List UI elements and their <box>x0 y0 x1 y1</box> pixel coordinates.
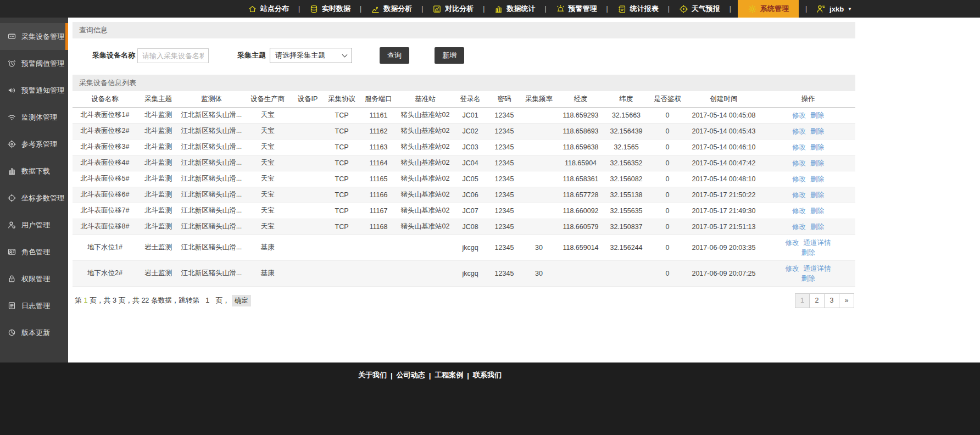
table-cell: TCP <box>324 219 359 235</box>
sidebar-item-monitoring-body-management[interactable]: 监测体管理 <box>0 104 68 131</box>
main-menu: | 站点分布 | 实时数据 | 数据分析 | 对比分析 | 数据统计 <box>245 0 799 18</box>
table-row: 地下水位1#岩土监测江北新区猪头山滑...基康jkcgq1234530118.6… <box>73 235 855 260</box>
page-button[interactable]: 3 <box>825 293 839 308</box>
nav-item-label: 统计报表 <box>630 4 659 14</box>
action-link[interactable]: 修改 <box>792 126 806 136</box>
table-cell: 天宝 <box>244 123 291 139</box>
page-info-text: 条数据，跳转第 <box>151 296 199 305</box>
action-link[interactable]: 删除 <box>810 174 824 184</box>
table-cell: JC02 <box>453 123 488 139</box>
table-cell <box>557 260 604 286</box>
actions-cell: 修改通道详情删除 <box>761 235 855 260</box>
sidebar-item-reference-system-management[interactable]: 参考系管理 <box>0 131 68 158</box>
table-row: 北斗表面位移5#北斗监测江北新区猪头山滑...天宝TCP11165猪头山基准站0… <box>73 171 855 187</box>
table-cell: 基康 <box>244 235 291 260</box>
sidebar-item-permission-management[interactable]: 权限管理 <box>0 265 68 292</box>
footer-link[interactable]: 联系我们 <box>473 370 502 380</box>
confirm-jump-button[interactable]: 确定 <box>232 295 251 306</box>
table-cell: TCP <box>324 155 359 171</box>
table-cell: 猪头山基准站02 <box>398 155 453 171</box>
column-header: 采集主题 <box>137 91 179 107</box>
sidebar-item-label: 采集设备管理 <box>21 32 64 42</box>
nav-item-system-management[interactable]: | 系统管理 <box>723 0 799 18</box>
action-link[interactable]: 修改 <box>786 238 799 248</box>
table-cell: 118.660092 <box>557 203 604 219</box>
nav-item-alert-management[interactable]: | 预警管理 <box>538 0 599 18</box>
page-button[interactable]: » <box>839 293 854 308</box>
sidebar-item-alert-notification-management[interactable]: 预警通知管理 <box>0 77 68 104</box>
action-link[interactable]: 删除 <box>801 274 815 283</box>
page-button[interactable]: 2 <box>810 293 825 308</box>
action-link[interactable]: 删除 <box>810 206 824 216</box>
action-link[interactable]: 修改 <box>792 222 806 232</box>
weather-icon <box>679 4 688 14</box>
sidebar-item-user-management[interactable]: 用户管理 <box>0 211 68 238</box>
action-link[interactable]: 删除 <box>801 248 815 258</box>
action-link[interactable]: 修改 <box>786 264 799 274</box>
action-link[interactable]: 修改 <box>792 190 806 200</box>
sidebar-item-log-management[interactable]: 日志管理 <box>0 292 68 319</box>
topic-select[interactable]: 请选择采集主题 <box>270 48 352 63</box>
user-menu-button[interactable]: jxkb ▼ <box>814 0 860 18</box>
sidebar-item-coordinate-parameter-management[interactable]: 坐标参数管理 <box>0 185 68 211</box>
device-name-input[interactable] <box>137 48 209 63</box>
action-link[interactable]: 修改 <box>792 206 806 216</box>
sidebar-item-alert-threshold-management[interactable]: 预警阈值管理 <box>0 50 68 77</box>
action-link[interactable]: 修改 <box>792 174 806 184</box>
nav-item-realtime-data[interactable]: | 实时数据 <box>292 0 353 18</box>
table-cell: 2017-05-17 21:51:13 <box>687 219 761 235</box>
sidebar-item-data-download[interactable]: 数据下载 <box>0 158 68 185</box>
table-cell: 11161 <box>359 107 398 123</box>
table-cell: 天宝 <box>244 203 291 219</box>
role-icon <box>7 247 16 256</box>
table-cell: 12345 <box>488 107 521 123</box>
table-cell: 天宝 <box>244 187 291 203</box>
table-cell <box>521 139 557 155</box>
table-cell: 118.659638 <box>557 139 604 155</box>
sidebar: 采集设备管理 预警阈值管理 预警通知管理 监测体管理 参考系管理 数据下载 坐标… <box>0 18 68 362</box>
action-link[interactable]: 通道详情 <box>804 238 831 248</box>
actions-cell: 修改删除 <box>761 219 855 235</box>
nav-item-statistical-reports[interactable]: | 统计报表 <box>600 0 661 18</box>
nav-item-label: 数据分析 <box>383 4 412 14</box>
action-link[interactable]: 修改 <box>792 158 806 168</box>
table-cell: 0 <box>648 260 687 286</box>
nav-item-data-analysis[interactable]: | 数据分析 <box>353 0 415 18</box>
footer-item: | 公司动态 <box>387 370 425 380</box>
sidebar-item-version-update[interactable]: 版本更新 <box>0 319 68 346</box>
action-link[interactable]: 删除 <box>810 158 824 168</box>
nav-item-site-distribution[interactable]: | 站点分布 <box>245 0 292 18</box>
action-link[interactable]: 通道详情 <box>804 264 831 274</box>
action-link[interactable]: 修改 <box>792 110 806 120</box>
table-cell: 基康 <box>244 260 291 286</box>
actions-cell: 修改删除 <box>761 171 855 187</box>
table-cell: 江北新区猪头山滑... <box>179 155 244 171</box>
search-button[interactable]: 查询 <box>380 47 409 64</box>
doc-chart-icon <box>432 4 442 14</box>
table-cell <box>398 260 453 286</box>
add-button[interactable]: 新增 <box>435 47 464 64</box>
user-icon <box>816 4 826 14</box>
table-cell <box>291 187 324 203</box>
page-button[interactable]: 1 <box>795 293 810 308</box>
actions-cell: 修改删除 <box>761 203 855 219</box>
jump-page-input[interactable] <box>201 296 215 305</box>
action-link[interactable]: 修改 <box>792 142 806 152</box>
table-cell: 2017-05-14 00:45:08 <box>687 107 761 123</box>
sidebar-item-collection-device-management[interactable]: 采集设备管理 <box>0 23 68 50</box>
action-link[interactable]: 删除 <box>810 190 824 200</box>
action-link[interactable]: 删除 <box>810 142 824 152</box>
action-link[interactable]: 删除 <box>810 126 824 136</box>
action-link[interactable]: 删除 <box>810 222 824 232</box>
nav-item-weather-forecast[interactable]: | 天气预报 <box>661 0 723 18</box>
nav-item-comparison-analysis[interactable]: | 对比分析 <box>415 0 476 18</box>
table-cell: 32.1565 <box>604 139 648 155</box>
nav-item-data-statistics[interactable]: | 数据统计 <box>476 0 538 18</box>
action-link[interactable]: 删除 <box>810 110 824 120</box>
page-info: 第 1 页，共 3 页，共 22 条数据，跳转第 页， 确定 <box>74 295 252 306</box>
footer-link[interactable]: 工程案例 <box>435 370 463 380</box>
nav-item-label: 数据统计 <box>506 4 535 14</box>
footer-link[interactable]: 关于我们 <box>358 370 387 380</box>
footer-link[interactable]: 公司动态 <box>397 370 425 380</box>
sidebar-item-role-management[interactable]: 角色管理 <box>0 238 68 265</box>
